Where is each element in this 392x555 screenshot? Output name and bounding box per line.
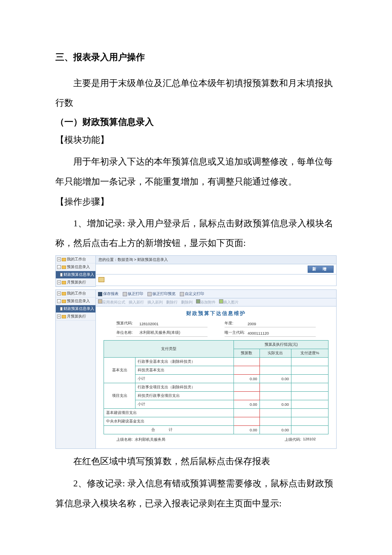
label-module-function: 【模块功能】 [55, 134, 337, 146]
collapse-icon[interactable]: - [57, 265, 61, 269]
toolbar-label: 纵正打印 [128, 291, 143, 297]
field-label: 年度: [225, 321, 248, 326]
cell-actual: 0.00 [259, 400, 291, 409]
nav-budget-entry[interactable]: -预算信息录入 [56, 263, 95, 271]
row-label: 基本建设项目支出 [104, 409, 234, 417]
toolbar-row2: 应用表间公式 插入新行 插入新列 删除行 删除列 添加附件 插入图片 [96, 298, 337, 306]
field-value: 128102001 [139, 322, 159, 326]
print-button[interactable]: 纵正打印 [123, 291, 143, 297]
subsection-heading: （一）财政预算信息录入 [55, 116, 337, 128]
cell [291, 366, 328, 375]
expand-icon[interactable]: + [57, 292, 61, 295]
cell [291, 383, 328, 392]
nav-fiscal-budget-entry[interactable]: 财政预算信息录入 [56, 305, 95, 313]
cell [259, 392, 291, 400]
total-text: 合计 [151, 428, 186, 432]
th-paytype: 支付类型 [104, 341, 234, 358]
input-budget[interactable] [234, 409, 259, 417]
input-budget[interactable] [234, 358, 259, 366]
expand-icon[interactable]: + [57, 257, 61, 261]
cell [291, 392, 328, 400]
collapse-icon[interactable]: - [57, 299, 61, 303]
image-icon [219, 299, 223, 304]
tb-del-col[interactable]: 删除列 [181, 300, 193, 305]
folder-icon [62, 292, 66, 295]
cell-total-actual: 0.00 [259, 426, 291, 434]
th-pct: 支付进度% [291, 349, 328, 358]
budget-table: 支付类型 预算及执行情况(元) 预算数 实际支出 支付进度% 基本支出 行政事业… [104, 340, 329, 434]
nav-my-workbench[interactable]: +我的工作台 [56, 290, 95, 298]
nav-label: 预算信息录入 [67, 298, 90, 304]
custom-print-button[interactable]: 自定义打印 [180, 291, 204, 297]
row-label: 科技类行政事业项目支出 [135, 392, 234, 400]
printer-icon [123, 292, 127, 296]
input-budget[interactable] [234, 366, 259, 375]
input-budget[interactable] [234, 392, 259, 400]
tb-formula[interactable]: 应用表间公式 [98, 299, 125, 305]
field-value: 4000111120 [248, 331, 269, 335]
nav-label: 我的工作台 [67, 257, 86, 262]
toolbar-label: 插入新列 [147, 300, 163, 304]
label-steps: 【操作步骤】 [55, 196, 337, 208]
tb-insert-row[interactable]: 插入新行 [129, 300, 144, 305]
cell [291, 409, 328, 417]
field-value: 2009 [248, 322, 256, 326]
expand-icon[interactable]: + [57, 315, 61, 318]
cell [291, 417, 328, 426]
nav-label: 月预算执行 [67, 280, 86, 285]
expand-icon[interactable]: + [57, 280, 61, 284]
row-label: 小计 [135, 375, 234, 383]
cell-budget: 0.00 [234, 400, 259, 409]
tb-insert-col[interactable]: 插入新列 [147, 300, 163, 305]
tb-insert-image[interactable]: 插入图片 [219, 299, 239, 305]
nav-monthly-exec[interactable]: +月预算执行 [56, 279, 95, 286]
cell [291, 426, 328, 434]
input-budget[interactable] [234, 417, 259, 426]
row-label: 中央水利建设基金支出 [104, 417, 234, 426]
cat-project: 项目支出 [104, 383, 135, 409]
nav-label: 财政预算信息录入 [63, 272, 94, 278]
document-icon [60, 307, 63, 311]
attachment-icon [196, 299, 200, 304]
toolbar: 保存报表 纵正打印 纵正打印预览 自定义打印 [96, 289, 337, 298]
toolbar-label: 删除行 [166, 300, 178, 304]
toolbar-label: 删除列 [181, 300, 193, 304]
screenshot-2: +我的工作台 -预算信息录入 财政预算信息录入 +月预算执行 保存报表 纵正打印… [55, 289, 337, 449]
folder-icon [62, 300, 66, 303]
nav-budget-entry[interactable]: -预算信息录入 [56, 298, 95, 305]
tb-attach[interactable]: 添加附件 [196, 299, 216, 305]
nav-tree-2: +我的工作台 -预算信息录入 财政预算信息录入 +月预算执行 [55, 289, 96, 449]
field-value: 水利部机关服务局 [135, 437, 165, 442]
print-preview-button[interactable]: 纵正打印预览 [147, 291, 176, 297]
nav-monthly-exec[interactable]: +月预算执行 [56, 313, 95, 321]
row-label: 小计 [135, 400, 234, 409]
tb-del-row[interactable]: 删除行 [166, 300, 178, 305]
field-label: 上级代码: [285, 437, 301, 442]
export-icon[interactable] [98, 277, 104, 282]
cell [259, 383, 291, 392]
cell-budget: 0.00 [234, 375, 259, 383]
cell [291, 375, 328, 383]
row-label: 行政事业基本支出（剔除科技类） [135, 358, 234, 366]
folder-icon [62, 315, 66, 318]
new-button[interactable]: 新 增 [308, 266, 334, 273]
field-label: 单位名称: [116, 330, 139, 335]
cell [291, 400, 328, 409]
step-2-desc: 2、修改记录: 录入信息有错或预算调整需要修改，鼠标点击财政预算信息录入模块名称… [55, 474, 337, 513]
screenshot-1: +我的工作台 -预算信息录入 财政预算信息录入 +月预算执行 您的位置：数据查询… [55, 255, 337, 287]
nav-my-workbench[interactable]: +我的工作台 [56, 256, 95, 263]
nav-fiscal-budget-entry[interactable]: 财政预算信息录入 [56, 271, 95, 279]
toolbar-label: 添加附件 [200, 300, 216, 304]
th-group: 预算及执行情况(元) [234, 341, 329, 349]
disk-icon [98, 292, 102, 296]
cell [291, 358, 328, 366]
folder-icon [62, 258, 66, 261]
row-label: 科技类基本支出 [135, 366, 234, 375]
row-total-label: 合计 [104, 426, 234, 434]
save-report-button[interactable]: 保存报表 [98, 291, 118, 297]
folder-icon [62, 281, 66, 284]
fill-instruction: 在红色区域中填写预算数，然后鼠标点击保存报表 [55, 451, 337, 471]
th-actual: 实际支出 [259, 349, 291, 358]
toolbar-label: 自定义打印 [185, 291, 204, 297]
input-budget[interactable] [234, 383, 259, 392]
